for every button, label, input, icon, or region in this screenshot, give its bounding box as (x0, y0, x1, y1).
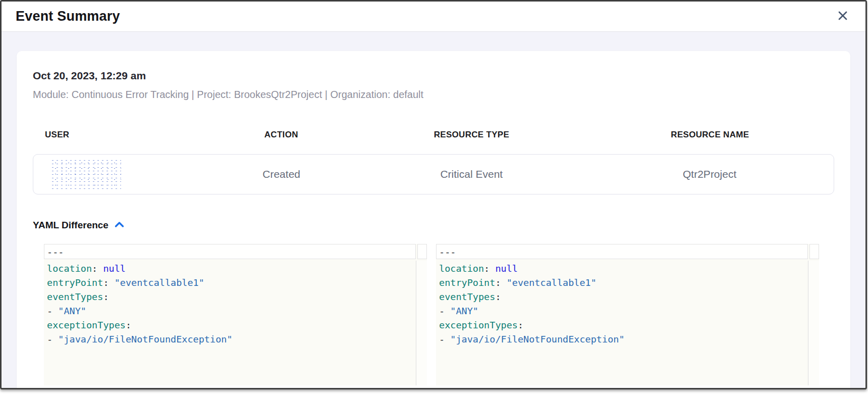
redacted-user-avatar (50, 159, 121, 190)
event-summary-modal: Event Summary Oct 20, 2023, 12:29 am Mod… (0, 0, 867, 389)
yaml-difference-title: YAML Difference (33, 220, 108, 231)
yaml-token-punct: : (495, 291, 501, 302)
close-icon (837, 10, 849, 23)
yaml-token-punct: - (47, 306, 58, 316)
yaml-line: entryPoint: "eventcallable1" (44, 276, 427, 290)
yaml-line: --- (44, 244, 416, 259)
yaml-token-key: exceptionTypes (439, 320, 518, 330)
event-card: Oct 20, 2023, 12:29 am Module: Continuou… (17, 51, 850, 388)
yaml-token-punct: : (518, 320, 523, 330)
yaml-token-key: eventTypes (47, 291, 103, 302)
yaml-line: location: null (44, 262, 427, 276)
scrollbar-thumb[interactable] (417, 244, 427, 259)
yaml-token-key: eventTypes (439, 291, 495, 302)
yaml-token-punct: : (495, 277, 506, 288)
yaml-token-punct: - (47, 334, 58, 344)
yaml-token-string: "java/io/FileNotFoundException" (58, 334, 232, 344)
scrollbar-track[interactable] (808, 261, 819, 385)
yaml-token-punct: - (439, 334, 450, 344)
table-row: Created Critical Event Qtr2Project (33, 154, 834, 194)
event-meta-line: Module: Continuous Error Tracking | Proj… (33, 88, 834, 101)
yaml-token-null: null (495, 263, 518, 274)
yaml-token-key: entryPoint (439, 277, 495, 288)
close-button[interactable] (834, 8, 851, 25)
yaml-token-string: "ANY" (450, 306, 478, 316)
yaml-panel: ---location: nullentryPoint: "eventcalla… (44, 244, 427, 385)
yaml-highlight-line: --- (436, 244, 819, 259)
yaml-token-punct: : (103, 291, 108, 302)
yaml-line: exceptionTypes: (436, 318, 819, 332)
yaml-token-null: null (103, 263, 126, 274)
column-header-action: ACTION (205, 130, 357, 140)
yaml-token-string: "ANY" (58, 306, 86, 316)
yaml-line: exceptionTypes: (44, 318, 427, 332)
yaml-token-punct: : (103, 277, 114, 288)
yaml-token-string: "eventcallable1" (507, 277, 596, 288)
yaml-token-key: entryPoint (47, 277, 103, 288)
yaml-token-doc: --- (439, 247, 456, 257)
yaml-token-punct: : (92, 263, 103, 274)
yaml-line: --- (436, 244, 808, 259)
resource-name-cell: Qtr2Project (585, 168, 834, 180)
yaml-token-key: location (47, 263, 92, 274)
resource-type-cell: Critical Event (357, 168, 585, 180)
yaml-line: eventTypes: (44, 290, 427, 304)
yaml-token-key: location (439, 263, 484, 274)
yaml-line: location: null (436, 262, 819, 276)
yaml-line: entryPoint: "eventcallable1" (436, 276, 819, 290)
column-header-resource-name: RESOURCE NAME (586, 130, 834, 140)
yaml-token-punct: : (484, 263, 495, 274)
yaml-token-string: "eventcallable1" (115, 277, 204, 288)
column-header-user: USER (33, 130, 205, 140)
user-cell (33, 159, 205, 190)
yaml-difference-header: YAML Difference (33, 220, 834, 231)
yaml-token-doc: --- (47, 247, 64, 257)
audit-table: USER ACTION RESOURCE TYPE RESOURCE NAME … (33, 130, 834, 194)
yaml-token-punct: : (126, 320, 131, 330)
column-header-resource-type: RESOURCE TYPE (357, 130, 586, 140)
scrollbar-thumb[interactable] (809, 244, 819, 259)
yaml-line: - "java/io/FileNotFoundException" (436, 332, 819, 347)
yaml-diff-view: ---location: nullentryPoint: "eventcalla… (44, 244, 819, 385)
yaml-line: - "ANY" (44, 304, 427, 318)
yaml-panel: ---location: nullentryPoint: "eventcalla… (436, 244, 819, 385)
scrollbar-track[interactable] (416, 261, 427, 385)
chevron-up-icon (114, 221, 125, 230)
collapse-toggle-button[interactable] (114, 221, 125, 230)
modal-body: Oct 20, 2023, 12:29 am Module: Continuou… (2, 32, 865, 388)
page-title: Event Summary (16, 9, 120, 24)
event-timestamp: Oct 20, 2023, 12:29 am (33, 69, 834, 82)
yaml-token-string: "java/io/FileNotFoundException" (450, 334, 624, 344)
yaml-token-punct: - (439, 306, 450, 316)
action-cell: Created (205, 168, 357, 180)
modal-header: Event Summary (2, 2, 865, 32)
table-header-row: USER ACTION RESOURCE TYPE RESOURCE NAME (33, 130, 834, 140)
yaml-line: eventTypes: (436, 290, 819, 304)
yaml-token-key: exceptionTypes (47, 320, 126, 330)
yaml-highlight-line: --- (44, 244, 427, 259)
yaml-line: - "ANY" (436, 304, 819, 318)
yaml-line: - "java/io/FileNotFoundException" (44, 332, 427, 347)
